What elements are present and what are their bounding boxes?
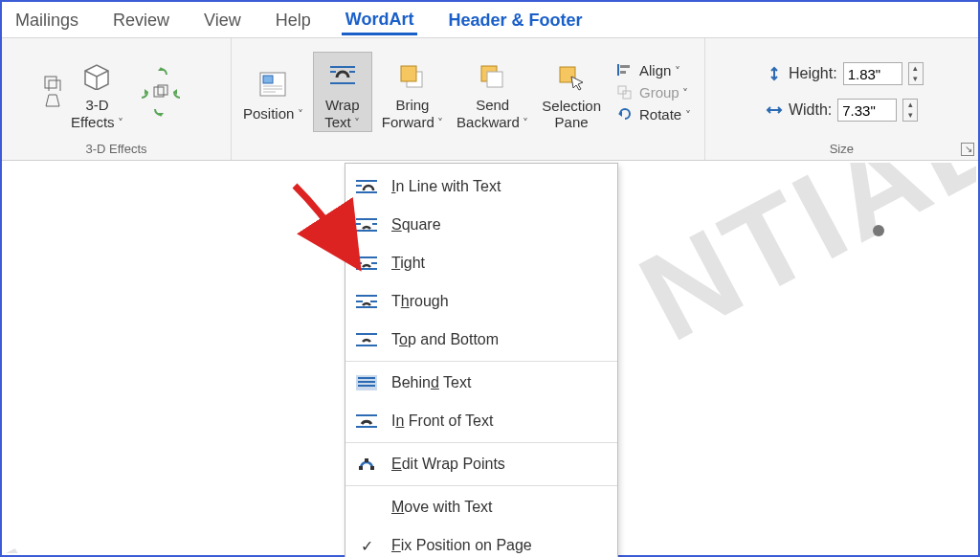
- square-icon: [354, 215, 379, 234]
- menu-through[interactable]: Through: [345, 282, 617, 321]
- send-backward-button[interactable]: Send Backward: [453, 53, 532, 130]
- align-icon: [616, 62, 634, 78]
- behind-icon: [354, 373, 379, 392]
- menu-separator-2: [345, 442, 617, 443]
- width-spinner[interactable]: ▴▾: [902, 99, 918, 122]
- rotate-icon: [616, 106, 634, 122]
- rotate-label: Rotate: [639, 106, 691, 123]
- svg-marker-2: [46, 95, 59, 106]
- menu-tight-label: Tight: [391, 255, 425, 272]
- tab-header-footer[interactable]: Header & Footer: [444, 5, 586, 34]
- menu-infront-label: In Front of Text: [391, 412, 493, 430]
- svg-rect-58: [370, 466, 374, 470]
- menu-separator: [345, 361, 617, 362]
- menu-fixpos-label: Fix Position on Page: [391, 537, 532, 554]
- menu-infront[interactable]: In Front of Text: [345, 402, 617, 440]
- svg-rect-0: [45, 77, 56, 88]
- topbottom-icon: [354, 330, 379, 349]
- check-icon: ✓: [353, 537, 380, 555]
- menu-editpoints[interactable]: Edit Wrap Points: [345, 445, 617, 483]
- menu-behind-label: Behind Text: [391, 374, 471, 391]
- menu-fixpos[interactable]: ✓ Fix Position on Page: [345, 526, 617, 557]
- height-input[interactable]: [843, 62, 902, 85]
- shadow-toggle-icon[interactable]: [44, 76, 61, 91]
- svg-rect-12: [263, 76, 273, 83]
- position-label: Position: [243, 105, 303, 123]
- tilt-down-icon[interactable]: [152, 101, 169, 117]
- align-label: Align: [639, 62, 680, 78]
- 3d-effects-label: 3-D Effects: [71, 97, 123, 130]
- svg-rect-1: [49, 80, 60, 91]
- menu-topbottom-label: Top and Bottom: [391, 331, 499, 348]
- size-dialog-launcher[interactable]: ↘: [961, 143, 974, 156]
- height-label: Height:: [789, 65, 837, 82]
- group-icon: [616, 84, 634, 100]
- bring-forward-button[interactable]: Bring Forward: [378, 53, 447, 130]
- width-input[interactable]: [837, 99, 897, 122]
- tab-help[interactable]: Help: [272, 5, 315, 34]
- 3d-effects-button[interactable]: 3-D Effects: [67, 53, 127, 130]
- ribbon-tabs: Mailings Review View Help WordArt Header…: [2, 2, 978, 38]
- svg-rect-21: [401, 66, 416, 81]
- width-icon: [766, 102, 783, 118]
- watermark-text: NTIAL: [618, 163, 976, 369]
- menu-square[interactable]: Square: [345, 206, 617, 244]
- perspective-icon[interactable]: [44, 93, 61, 108]
- svg-rect-28: [618, 86, 626, 94]
- selection-pane-label: Selection Pane: [542, 98, 601, 131]
- svg-rect-23: [487, 72, 502, 87]
- group-label: Group: [639, 84, 688, 100]
- inline-icon: [354, 177, 379, 196]
- tilt-left-icon[interactable]: [133, 84, 150, 100]
- menu-separator-3: [345, 485, 617, 486]
- bring-forward-icon: [396, 61, 429, 90]
- send-backward-icon: [477, 61, 509, 90]
- height-spinner[interactable]: ▴▾: [908, 62, 924, 85]
- cube-icon: [81, 61, 114, 90]
- bring-forward-label: Bring Forward: [382, 97, 443, 130]
- width-label: Width:: [789, 101, 832, 119]
- menu-editpoints-label: Edit Wrap Points: [391, 456, 505, 473]
- tab-mailings[interactable]: Mailings: [11, 5, 82, 34]
- menu-topbottom[interactable]: Top and Bottom: [345, 321, 617, 359]
- menu-through-label: Through: [391, 293, 449, 310]
- menu-behind[interactable]: Behind Text: [345, 364, 617, 402]
- group-button: Group: [612, 82, 695, 102]
- svg-rect-29: [623, 91, 631, 99]
- wrap-text-button[interactable]: Wrap Text: [313, 52, 372, 131]
- menu-tight[interactable]: Tight: [345, 244, 617, 282]
- svg-rect-56: [359, 466, 363, 470]
- selection-pane-button[interactable]: Selection Pane: [538, 54, 605, 131]
- height-icon: [766, 66, 783, 81]
- position-button[interactable]: Position: [239, 61, 307, 123]
- watermark-text-2: E: [4, 455, 43, 553]
- group-label-arrange: [466, 142, 470, 158]
- selection-pane-icon: [555, 62, 588, 91]
- align-button[interactable]: Align: [612, 60, 695, 80]
- tab-wordart[interactable]: WordArt: [342, 4, 418, 35]
- infront-icon: [354, 412, 379, 431]
- tab-view[interactable]: View: [200, 5, 245, 34]
- group-size: Height: ▴▾ Width: ▴▾ Size ↘: [705, 38, 978, 160]
- group-arrange: Position Wrap Text: [232, 38, 705, 160]
- tilt-right-icon[interactable]: [171, 84, 189, 100]
- tilt-up-icon[interactable]: [152, 67, 169, 82]
- editpoints-icon: [354, 455, 379, 474]
- wrap-text-icon: [326, 61, 359, 90]
- menu-inline[interactable]: In Line with Text: [345, 167, 617, 206]
- group-3d-effects: 3-D Effects 3-D Effects: [2, 38, 232, 160]
- rotate-button[interactable]: Rotate: [612, 104, 695, 124]
- app-window: Mailings Review View Help WordArt Header…: [0, 0, 980, 557]
- svg-rect-27: [620, 71, 626, 74]
- position-icon: [256, 70, 289, 99]
- tab-review[interactable]: Review: [109, 5, 173, 34]
- wrap-text-label: Wrap Text: [324, 97, 360, 130]
- ribbon: 3-D Effects 3-D Effects: [2, 38, 978, 161]
- menu-movewith-label: Move with Text: [391, 499, 493, 516]
- svg-rect-57: [365, 458, 368, 462]
- selection-handle[interactable]: [873, 225, 884, 236]
- menu-movewith[interactable]: Move with Text: [345, 488, 617, 526]
- svg-rect-26: [620, 65, 630, 68]
- depth-icon[interactable]: [152, 84, 169, 100]
- send-backward-label: Send Backward: [457, 97, 528, 130]
